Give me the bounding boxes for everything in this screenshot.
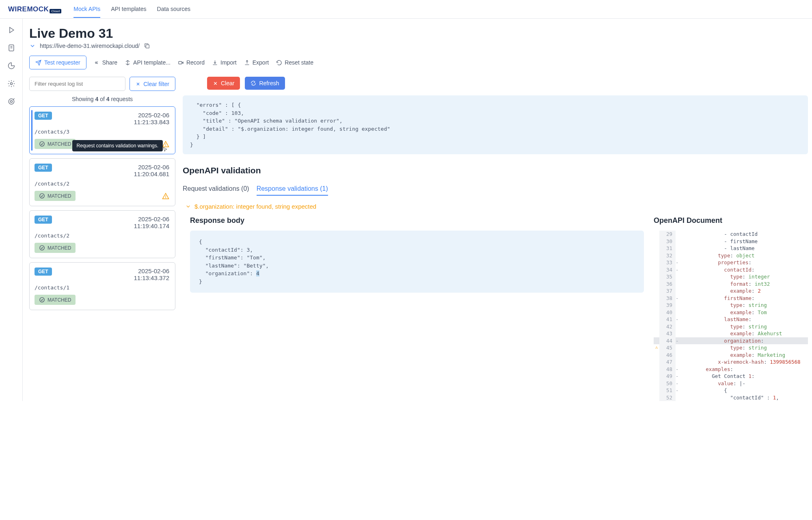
log-list: GET2025-02-0611:21:33.843/contacts/3MATC… — [29, 106, 175, 310]
matched-badge: MATCHED — [35, 139, 76, 149]
svg-point-16 — [40, 298, 44, 302]
nav-tab-mock-apis[interactable]: Mock APIs — [73, 1, 100, 18]
showing-count: Showing 4 of 4 requests — [29, 96, 175, 102]
validation-tooltip: Request contains validation warnings. — [72, 140, 163, 151]
yaml-line: 31 - lastName — [654, 245, 808, 252]
matched-badge: MATCHED — [35, 191, 76, 201]
api-template-button[interactable]: API template... — [125, 59, 171, 66]
log-card[interactable]: GET2025-02-0611:13:43.372/contacts/1MATC… — [29, 262, 175, 310]
yaml-line: 36 format: int32 — [654, 280, 808, 288]
openapi-document-title: OpenAPI Document — [654, 216, 808, 225]
log-card[interactable]: GET2025-02-0611:19:40.174/contacts/2MATC… — [29, 210, 175, 258]
yaml-line: 51- { — [654, 387, 808, 394]
yaml-line: 33- properties: — [654, 259, 808, 266]
yaml-line: 49- Get Contact 1: — [654, 373, 808, 380]
clear-button[interactable]: Clear — [207, 77, 240, 90]
chart-icon[interactable] — [7, 62, 15, 70]
test-requester-button[interactable]: Test requester — [29, 56, 86, 69]
yaml-line: 37 example: 2 — [654, 287, 808, 295]
filter-input[interactable] — [29, 77, 125, 91]
play-icon[interactable] — [7, 26, 15, 34]
log-card[interactable]: GET2025-02-0611:21:33.843/contacts/3MATC… — [29, 106, 175, 154]
log-date: 2025-02-06 — [134, 216, 169, 222]
yaml-line: 29 - contactId — [654, 231, 808, 238]
validation-message[interactable]: $.organization: integer found, string ex… — [183, 203, 808, 210]
response-body-code: { "contactId": 3, "firstName": "Tom", "l… — [190, 231, 644, 293]
openapi-document-code: 29 - contactId30 - firstName31 - lastNam… — [654, 231, 808, 401]
log-date: 2025-02-06 — [134, 268, 169, 274]
refresh-button[interactable]: Refresh — [245, 77, 285, 90]
svg-point-11 — [166, 145, 166, 146]
yaml-line: 39 type: string — [654, 302, 808, 309]
export-button[interactable]: Export — [244, 59, 269, 66]
svg-point-9 — [40, 142, 44, 146]
yaml-line: 42 type: string — [654, 323, 808, 330]
log-path: /contacts/1 — [35, 285, 169, 291]
method-badge: GET — [35, 164, 52, 172]
side-rail — [0, 19, 23, 401]
test-requester-label: Test requester — [44, 59, 80, 66]
import-button[interactable]: Import — [212, 59, 237, 66]
reset-state-button[interactable]: Reset state — [276, 59, 313, 66]
yaml-line: 50- value: |- — [654, 380, 808, 387]
validation-tabs: Request validations (0) Response validat… — [183, 185, 808, 196]
tab-request-validations[interactable]: Request validations (0) — [183, 185, 249, 196]
log-time: 11:21:33.843 — [134, 119, 169, 125]
log-path: /contacts/3 — [35, 129, 169, 135]
target-icon[interactable] — [7, 97, 15, 106]
log-date: 2025-02-06 — [134, 164, 169, 170]
svg-point-12 — [40, 194, 44, 198]
svg-rect-8 — [179, 61, 182, 64]
page-title: Live Demo 31 — [29, 26, 804, 41]
log-path: /contacts/2 — [35, 233, 169, 239]
response-body-title: Response body — [183, 216, 644, 225]
yaml-line: 34- contactId: — [654, 266, 808, 274]
yaml-line: 41- lastName: — [654, 316, 808, 323]
yaml-line: 47 x-wiremock-hash: 1399856568 — [654, 358, 808, 366]
yaml-line: 46 example: Marketing — [654, 352, 808, 359]
top-nav: WIREMOCK Cloud Mock APIs API templates D… — [0, 0, 812, 19]
svg-point-7 — [95, 62, 97, 63]
error-response-block: "errors" : [ { "code" : 103, "title" : "… — [183, 95, 808, 154]
matched-badge: MATCHED — [35, 295, 76, 305]
openapi-validation-title: OpenAPI validation — [183, 166, 808, 175]
yaml-line: 52 "contactId" : 1, — [654, 394, 808, 401]
gear-icon[interactable] — [7, 80, 15, 88]
yaml-line: 43 example: Akehurst — [654, 330, 808, 337]
cursor-icon — [162, 147, 168, 153]
record-button[interactable]: Record — [178, 59, 205, 66]
yaml-line: 48- examples: — [654, 366, 808, 373]
svg-point-15 — [40, 246, 44, 250]
log-time: 11:19:40.174 — [134, 222, 169, 229]
yaml-line: 40 example: Tom — [654, 309, 808, 316]
svg-point-5 — [10, 101, 12, 103]
yaml-line: ⚠45 type: string — [654, 344, 808, 352]
share-button[interactable]: Share — [94, 59, 117, 66]
method-badge: GET — [35, 112, 52, 120]
log-time: 11:13:43.372 — [134, 274, 169, 281]
nav-tab-api-templates[interactable]: API templates — [111, 1, 146, 18]
yaml-line: 30 - firstName — [654, 238, 808, 245]
yaml-line: 38- firstName: — [654, 295, 808, 302]
matched-badge: MATCHED — [35, 243, 76, 253]
log-date: 2025-02-06 — [134, 112, 169, 119]
tab-response-validations[interactable]: Response validations (1) — [257, 185, 328, 196]
svg-rect-6 — [146, 45, 149, 48]
yaml-line: 44- organization: — [654, 337, 808, 345]
clear-filter-button[interactable]: Clear filter — [130, 77, 175, 91]
yaml-line: 32 type: object — [654, 252, 808, 259]
logo[interactable]: WIREMOCK Cloud — [8, 5, 61, 13]
yaml-line: 35 type: integer — [654, 273, 808, 280]
svg-point-3 — [10, 83, 12, 85]
copy-icon[interactable] — [144, 43, 150, 49]
logo-text: WIREMOCK — [8, 5, 49, 13]
method-badge: GET — [35, 216, 52, 224]
method-badge: GET — [35, 268, 52, 276]
chevron-down-icon[interactable] — [29, 43, 36, 49]
document-icon[interactable] — [7, 44, 15, 52]
log-path: /contacts/2 — [35, 181, 169, 187]
logo-badge: Cloud — [50, 9, 61, 13]
nav-tabs: Mock APIs API templates Data sources — [73, 1, 190, 18]
nav-tab-data-sources[interactable]: Data sources — [157, 1, 190, 18]
log-card[interactable]: GET2025-02-0611:20:04.681/contacts/2MATC… — [29, 158, 175, 206]
